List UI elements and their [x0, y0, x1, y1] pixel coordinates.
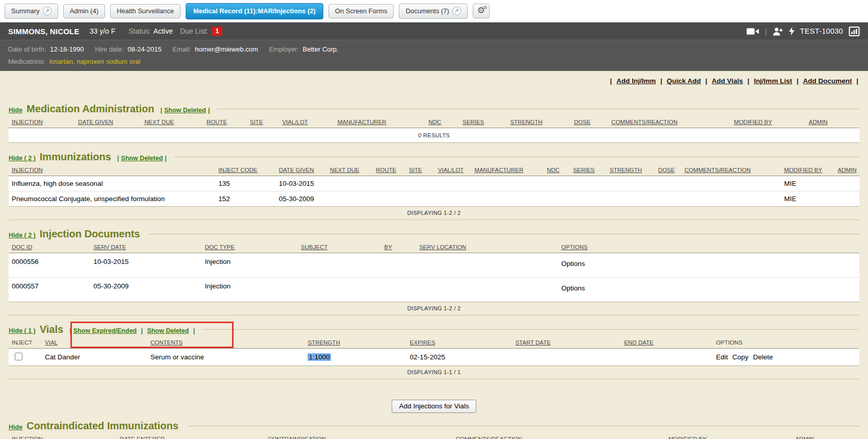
- cell-empty: [655, 191, 682, 207]
- paging-status: DISPLAYING 1-1 / 1: [9, 366, 859, 379]
- cell-empty: [835, 191, 859, 207]
- col-header-site[interactable]: SITE: [250, 119, 263, 125]
- table-row: Pneumococcal Conjugate, unspecified form…: [9, 191, 859, 207]
- medications-list[interactable]: losartan, naproxen sodium oral: [49, 58, 141, 65]
- col-header-contraindication[interactable]: CONTRAINDICATION: [268, 436, 326, 439]
- col-header-admin[interactable]: ADMIN: [809, 119, 828, 125]
- due-list-badge[interactable]: 1: [212, 27, 222, 36]
- col-header-next-due[interactable]: NEXT DUE: [330, 167, 360, 173]
- hide-link[interactable]: Hide: [9, 107, 22, 114]
- cell-empty: [381, 278, 416, 302]
- col-header-modified-by[interactable]: MODIFIED BY: [669, 436, 707, 439]
- options-menu[interactable]: Options: [561, 260, 585, 267]
- show-deleted-link[interactable]: Show Deleted: [164, 107, 206, 114]
- col-header-ndc[interactable]: NDC: [547, 167, 559, 173]
- edit-link[interactable]: Edit: [716, 353, 728, 361]
- col-header-by[interactable]: BY: [385, 244, 392, 250]
- doc-id[interactable]: 0000556: [9, 253, 90, 278]
- popout-icon[interactable]: ↗: [452, 7, 461, 15]
- modified-by: MIE: [781, 191, 834, 207]
- col-header-route[interactable]: ROUTE: [207, 119, 227, 125]
- col-header-serv-location[interactable]: SERV LOCATION: [419, 244, 466, 250]
- col-header-series[interactable]: SERIES: [573, 167, 595, 173]
- cell-empty: [416, 253, 558, 278]
- delete-link[interactable]: Delete: [753, 353, 773, 361]
- copy-link[interactable]: Copy: [732, 353, 749, 361]
- vial-select-checkbox[interactable]: [15, 353, 22, 360]
- col-header-strength[interactable]: STRENGTH: [610, 167, 642, 173]
- options-menu[interactable]: Options: [561, 284, 585, 292]
- cell-empty: [544, 191, 570, 207]
- hide-link[interactable]: Hide ( 2 ): [9, 155, 36, 162]
- col-header-injection[interactable]: INJECTION: [12, 167, 43, 173]
- col-header-series[interactable]: SERIES: [463, 119, 484, 125]
- lightning-bolt-icon[interactable]: [789, 27, 795, 36]
- col-header-expires[interactable]: EXPIRES: [410, 339, 436, 346]
- section-header: Hide Contraindicated Immunizations: [9, 420, 859, 432]
- col-header-end-date[interactable]: END DATE: [624, 339, 653, 346]
- tab-health-surveillance[interactable]: Health Surveillance: [110, 4, 181, 18]
- col-header-dose[interactable]: DOSE: [658, 167, 675, 173]
- col-header-subject[interactable]: SUBJECT: [301, 244, 327, 250]
- col-header-contents[interactable]: CONTENTS: [150, 339, 183, 346]
- header-rule: [149, 234, 860, 234]
- col-header-manufacturer[interactable]: MANUFACTURER: [474, 167, 523, 173]
- popout-icon[interactable]: ↗: [43, 7, 52, 15]
- col-header-modified-by[interactable]: MODIFIED BY: [784, 167, 822, 173]
- doc-id[interactable]: 0000557: [9, 278, 90, 302]
- tab-documents[interactable]: Documents (7) ↗: [399, 4, 467, 19]
- col-header-date-entered[interactable]: DATE ENTERED: [120, 436, 165, 439]
- col-header-injection[interactable]: INJECTION: [12, 436, 43, 439]
- col-header-next-due[interactable]: NEXT DUE: [144, 119, 174, 125]
- col-header-strength[interactable]: STRENGTH: [510, 119, 542, 125]
- col-header-vial-lot[interactable]: VIAL/LOT: [438, 167, 464, 173]
- section-contraindicated-immunizations: Hide Contraindicated Immunizations INJEC…: [9, 420, 859, 439]
- col-header-vial-lot[interactable]: VIAL/LOT: [282, 119, 308, 125]
- add-user-icon[interactable]: [773, 27, 783, 36]
- add-vials-link[interactable]: Add Vials: [712, 77, 743, 85]
- tab-medical-record-active[interactable]: Medical Record (11):MAR/Injections (2): [186, 3, 323, 19]
- cell-empty: [471, 191, 544, 207]
- show-deleted-link[interactable]: Show Deleted: [121, 155, 163, 162]
- settings-tab[interactable]: ⚙ ⚙: [473, 4, 490, 18]
- col-header-dose[interactable]: DOSE: [574, 119, 591, 125]
- col-header-strength[interactable]: STRENGTH: [308, 339, 340, 346]
- tab-admin[interactable]: Admin (4): [63, 4, 105, 18]
- col-header-injection[interactable]: INJECTION: [12, 119, 43, 125]
- col-header-options[interactable]: OPTIONS: [561, 244, 588, 250]
- video-camera-icon[interactable]: [747, 27, 759, 36]
- col-header-ndc[interactable]: NDC: [428, 119, 441, 125]
- col-header-route[interactable]: ROUTE: [376, 167, 396, 173]
- quick-add-link[interactable]: Quick Add: [667, 77, 701, 85]
- col-header-date-given[interactable]: DATE GIVEN: [78, 119, 113, 125]
- col-header-comments-reaction[interactable]: COMMENTS/REACTION: [456, 436, 522, 439]
- col-header-doc-id[interactable]: DOC ID: [12, 244, 32, 250]
- col-header-manufacturer[interactable]: MANUFACTURER: [338, 119, 387, 125]
- show-deleted-link[interactable]: Show Deleted: [147, 327, 189, 334]
- table-row: 0000556 10-03-2015 Injection Options: [9, 253, 859, 278]
- tab-summary[interactable]: Summary ↗: [5, 4, 58, 19]
- bar-chart-icon[interactable]: [849, 27, 860, 36]
- add-injections-for-vials-button[interactable]: Add Injections for Vials: [392, 400, 476, 413]
- hide-link[interactable]: Hide ( 2 ): [9, 232, 36, 239]
- show-expired-ended-link[interactable]: Show Expired/Ended: [73, 327, 137, 334]
- col-header-modified-by[interactable]: MODIFIED BY: [734, 119, 772, 125]
- col-header-admin[interactable]: ADMIN: [838, 167, 857, 173]
- col-header-vial[interactable]: VIAL: [45, 339, 58, 346]
- add-inj-imm-link[interactable]: Add Inj/Imm: [617, 77, 656, 85]
- col-header-comments-reaction[interactable]: COMMENTS/REACTION: [611, 119, 678, 125]
- add-document-link[interactable]: Add Document: [803, 77, 852, 85]
- col-header-date-given[interactable]: DATE GIVEN: [279, 167, 314, 173]
- col-header-inject-code[interactable]: INJECT CODE: [218, 167, 257, 173]
- hide-link[interactable]: Hide ( 1 ): [9, 327, 36, 334]
- col-header-comments-reaction[interactable]: COMMENTS/REACTION: [684, 167, 751, 173]
- col-header-serv-date[interactable]: SERV DATE: [93, 244, 126, 250]
- hide-link[interactable]: Hide: [9, 424, 22, 431]
- col-header-start-date[interactable]: START DATE: [515, 339, 550, 346]
- col-header-doc-type[interactable]: DOC TYPE: [205, 244, 235, 250]
- col-header-admin[interactable]: ADMIN: [795, 436, 814, 439]
- tab-label: On Screen Forms: [335, 7, 388, 15]
- tab-on-screen-forms[interactable]: On Screen Forms: [328, 4, 394, 18]
- inj-imm-list-link[interactable]: Inj/Imm List: [754, 77, 792, 85]
- col-header-site[interactable]: SITE: [409, 167, 422, 173]
